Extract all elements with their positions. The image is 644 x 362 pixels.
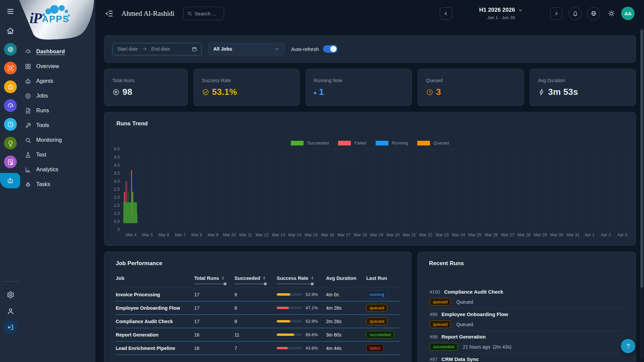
total-runs-value: 17 [194, 319, 234, 324]
rail-scan-icon[interactable] [4, 62, 17, 74]
success-rate-bar [277, 334, 302, 336]
run-name: Report Generation [441, 334, 486, 340]
column-filter-slider[interactable] [277, 284, 314, 284]
sidebar-item-analytics[interactable]: Analytics [21, 162, 93, 177]
sidebar-item-jobs[interactable]: Jobs [21, 88, 93, 103]
slider-knob[interactable] [224, 283, 226, 285]
table-row-compliance-audit-check[interactable]: Compliance Audit Check17952.9%2m 28squeu… [116, 315, 400, 328]
sidebar-item-label: Dashboard [36, 49, 65, 55]
succeeded-value: 8 [234, 305, 277, 311]
recent-run-item-98[interactable]: #98Report Generationsucceeded21 hours ag… [430, 331, 624, 354]
recent-run-item-100[interactable]: #100Compliance Audit CheckqueuedQueued [430, 286, 624, 309]
collapse-sidebar-icon[interactable] [104, 9, 114, 18]
bar-chart-icon [25, 167, 31, 173]
rail-robot-icon[interactable] [0, 173, 20, 188]
table-row-employee-onboarding-flow[interactable]: Employee Onboarding Flow17847.1%4m 28squ… [116, 301, 400, 315]
stat-value: 1 [319, 87, 324, 97]
svg-text:Mar 16: Mar 16 [321, 233, 334, 237]
rail-certificate-icon[interactable] [4, 156, 17, 168]
rail-target-icon[interactable] [4, 43, 17, 56]
stat-card-queued: Queued3 [418, 69, 524, 106]
header: Ahmed Al-Rashidi H1 2026 2026 Jan 1 - Ju… [95, 0, 644, 27]
rail-robot-icon[interactable] [4, 80, 17, 93]
sort-arrows-icon[interactable]: ▲▼ [311, 276, 314, 280]
search-input[interactable] [195, 11, 220, 16]
sidebar-item-monitoring[interactable]: Monitoring [21, 133, 93, 147]
svg-text:1.0: 1.0 [114, 211, 120, 216]
last-run-cell: running [366, 291, 400, 298]
sidebar-item-overview[interactable]: Overview [21, 59, 93, 74]
logout-icon[interactable] [4, 320, 17, 334]
sidebar-item-agents[interactable]: Agents [21, 74, 93, 88]
theme-sun-icon[interactable] [607, 9, 616, 18]
stat-label: Success Rate [202, 78, 291, 83]
slider-knob[interactable] [264, 283, 267, 285]
rail-clock-icon[interactable] [4, 118, 17, 131]
recent-run-item-97[interactable]: #97CRM Data Syncfaileda day ago (1m 39s) [430, 354, 624, 362]
period-selector[interactable]: H1 2026 2026 Jan 1 - Jun 30 [452, 7, 550, 20]
svg-text:3.5: 3.5 [114, 171, 120, 176]
svg-text:4.0: 4.0 [114, 163, 120, 168]
svg-text:Mar 18: Mar 18 [354, 233, 367, 237]
start-date-field[interactable]: Start date [117, 46, 138, 52]
sidebar-item-label: Test [36, 152, 46, 158]
status-badge-queued: queued [430, 298, 451, 306]
rail-bulb-icon[interactable] [4, 137, 17, 149]
svg-text:Apr 3: Apr 3 [617, 233, 627, 237]
jobs-filter-select[interactable]: All Jobs [208, 43, 284, 55]
sort-arrows-icon[interactable]: ▲▼ [222, 276, 224, 280]
run-id: #100 [430, 289, 440, 295]
period-prev-button[interactable] [440, 7, 452, 20]
slider-knob[interactable] [311, 283, 314, 285]
sidebar-item-dashboard[interactable]: Dashboard [21, 44, 93, 59]
column-header-succeeded[interactable]: Succeeded▲▼ [234, 276, 267, 284]
language-globe-icon[interactable] [587, 7, 600, 20]
help-button[interactable]: ? [621, 339, 635, 353]
calendar-icon[interactable] [192, 46, 197, 52]
scrollbar-thumb[interactable] [640, 29, 643, 288]
settings-gear-icon[interactable] [5, 290, 15, 300]
auto-refresh-toggle[interactable] [323, 45, 337, 53]
table-row-invoice-processing[interactable]: Invoice Processing17952.9%4m 0srunning [116, 288, 400, 301]
status-badge-failed: failed [366, 344, 383, 352]
svg-text:Mar 19: Mar 19 [370, 233, 383, 237]
search-box[interactable] [183, 7, 224, 20]
svg-text:Mar 25: Mar 25 [468, 233, 481, 237]
sidebar-menu-icon[interactable] [5, 7, 15, 16]
column-filter-slider[interactable] [234, 284, 267, 284]
date-range-picker[interactable]: Start date End date [112, 43, 202, 55]
succeeded-value: 9 [234, 319, 277, 324]
column-header-avg-duration: Avg Duration [326, 276, 366, 281]
period-next-button[interactable] [550, 7, 562, 20]
column-header-success-rate[interactable]: Success Rate▲▼ [277, 276, 314, 284]
recent-run-item-99[interactable]: #99Employee Onboarding FlowqueuedQueued [430, 309, 624, 331]
table-row-report-generation[interactable]: Report Generation161168.8%3m 60ssucceede… [116, 328, 400, 342]
sidebar-item-label: Jobs [36, 93, 48, 99]
sidebar-item-test[interactable]: Test [21, 147, 93, 162]
notifications-bell-icon[interactable] [569, 7, 582, 20]
recent-runs-title: Recent Runs [418, 252, 636, 267]
rail-gauge-icon[interactable] [4, 99, 17, 112]
stat-card-success-rate: Success Rate53.1% [194, 69, 300, 106]
bottom-panels: Job Performance JobTotal Runs▲▼Succeeded… [104, 252, 636, 362]
runs-trend-panel: Runs Trend SucceededFailedRunningQueued … [104, 112, 636, 246]
succeeded-value: 7 [234, 346, 277, 351]
avg-duration-value: 4m 28s [326, 305, 366, 311]
end-date-field[interactable]: End date [151, 46, 170, 52]
sort-arrows-icon[interactable]: ▲▼ [263, 276, 266, 280]
column-filter-slider[interactable] [194, 284, 226, 284]
sidebar-item-runs[interactable]: Runs [21, 103, 93, 118]
app-root: iP APPS DashboardOverviewAgentsJobsRunsT… [0, 0, 644, 362]
check-circle-icon [202, 88, 209, 96]
column-header-total-runs[interactable]: Total Runs▲▼ [194, 276, 226, 284]
avatar[interactable]: AA [621, 7, 635, 20]
table-row-lead-enrichment-pipeline[interactable]: Lead Enrichment Pipeline16743.8%4m 44sfa… [116, 342, 400, 355]
run-time: Queued [456, 299, 473, 305]
sidebar-item-tools[interactable]: Tools [21, 118, 93, 133]
run-id: #98 [430, 334, 437, 340]
home-icon[interactable] [5, 26, 15, 36]
sidebar-item-tasks[interactable]: Tasks [21, 177, 93, 192]
total-runs-value: 16 [194, 346, 234, 351]
profile-person-icon[interactable] [5, 306, 15, 316]
success-rate-bar [277, 307, 302, 309]
